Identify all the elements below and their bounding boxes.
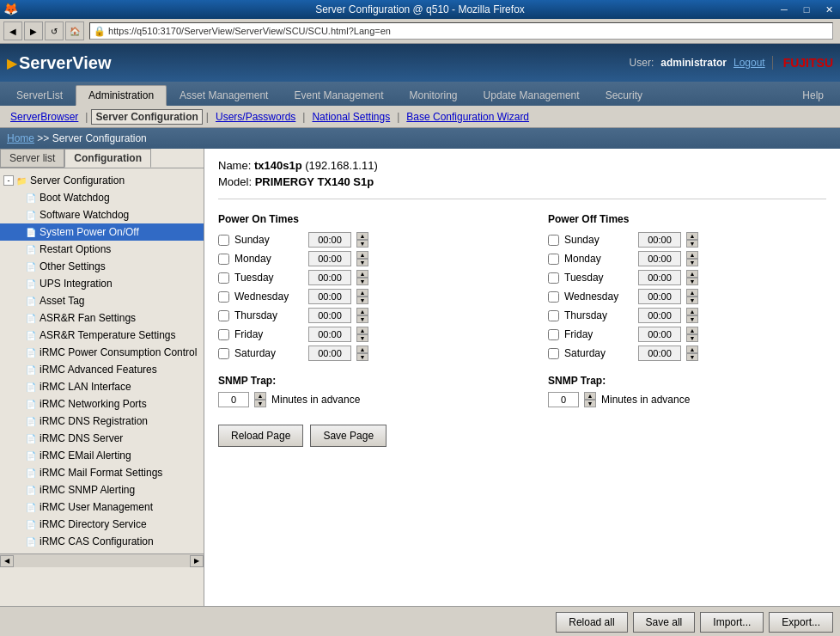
power-on-friday-time[interactable]: [308, 327, 351, 342]
spinner-up[interactable]: ▲: [356, 308, 368, 315]
spinner-down[interactable]: ▼: [356, 278, 368, 285]
power-off-thursday-time[interactable]: [638, 308, 681, 323]
spinner-down[interactable]: ▼: [356, 334, 368, 342]
spinner-up[interactable]: ▲: [356, 232, 368, 240]
power-off-wednesday-spinner[interactable]: ▲ ▼: [686, 289, 698, 304]
power-off-saturday-checkbox[interactable]: [548, 348, 559, 359]
tree-item-ups-integration[interactable]: 📄 UPS Integration: [0, 275, 204, 292]
power-off-wednesday-time[interactable]: [638, 289, 681, 304]
tab-help[interactable]: Help: [789, 85, 837, 106]
spinner-up[interactable]: ▲: [356, 270, 368, 278]
power-on-thursday-checkbox[interactable]: [218, 310, 229, 321]
tree-item-system-power[interactable]: 📄 System Power On/Off: [0, 223, 204, 241]
spinner-up[interactable]: ▲: [686, 308, 698, 315]
spinner-up[interactable]: ▲: [686, 232, 698, 240]
sidebar-tab-configuration[interactable]: Configuration: [64, 149, 151, 168]
tree-item-irmc-mail-format[interactable]: 📄 iRMC Mail Format Settings: [0, 464, 204, 481]
spinner-up[interactable]: ▲: [356, 289, 368, 297]
save-all-button[interactable]: Save all: [633, 612, 696, 633]
power-off-sunday-checkbox[interactable]: [548, 235, 559, 246]
subnav-national-settings[interactable]: National Settings: [308, 111, 393, 123]
power-on-wednesday-spinner[interactable]: ▲ ▼: [356, 289, 368, 304]
forward-button[interactable]: ▶: [24, 21, 43, 40]
tree-item-software-watchdog[interactable]: 📄 Software Watchdog: [0, 206, 204, 223]
power-on-tuesday-time[interactable]: [308, 270, 351, 285]
tree-item-irmc-power[interactable]: 📄 iRMC Power Consumption Control: [0, 344, 204, 361]
spinner-down[interactable]: ▼: [356, 259, 368, 266]
power-on-tuesday-spinner[interactable]: ▲ ▼: [356, 270, 368, 285]
save-page-button[interactable]: Save Page: [310, 425, 387, 447]
tree-item-irmc-cas[interactable]: 📄 iRMC CAS Configuration: [0, 533, 204, 550]
power-off-snmp-spinner[interactable]: ▲ ▼: [584, 392, 596, 407]
tree-item-boot-watchdog[interactable]: 📄 Boot Watchdog: [0, 189, 204, 206]
tree-item-irmc-dns-reg[interactable]: 📄 iRMC DNS Registration: [0, 413, 204, 430]
power-on-monday-spinner[interactable]: ▲ ▼: [356, 251, 368, 266]
tab-security[interactable]: Security: [593, 85, 655, 106]
spinner-up[interactable]: ▲: [686, 251, 698, 259]
spinner-up[interactable]: ▲: [686, 289, 698, 297]
power-on-saturday-time[interactable]: [308, 346, 351, 361]
subnav-users-passwords[interactable]: Users/Passwords: [212, 111, 299, 123]
tree-item-irmc-user-mgmt[interactable]: 📄 iRMC User Management: [0, 498, 204, 516]
power-on-saturday-checkbox[interactable]: [218, 348, 229, 359]
power-off-snmp-value[interactable]: [548, 392, 579, 407]
power-on-friday-spinner[interactable]: ▲ ▼: [356, 327, 368, 342]
spinner-up[interactable]: ▲: [254, 392, 266, 400]
tab-asset-management[interactable]: Asset Management: [167, 85, 281, 106]
logout-button[interactable]: Logout: [733, 57, 765, 69]
tree-item-irmc-networking[interactable]: 📄 iRMC Networking Ports: [0, 395, 204, 413]
tree-item-irmc-lan[interactable]: 📄 iRMC LAN Interface: [0, 378, 204, 395]
power-on-monday-time[interactable]: [308, 251, 351, 266]
tab-monitoring[interactable]: Monitoring: [397, 85, 471, 106]
tree-item-asr-fan[interactable]: 📄 ASR&R Fan Settings: [0, 309, 204, 327]
spinner-up[interactable]: ▲: [584, 392, 596, 400]
spinner-up[interactable]: ▲: [686, 270, 698, 278]
sidebar-scrollbar[interactable]: ◀ ▶: [0, 553, 204, 567]
tree-item-other-settings[interactable]: 📄 Other Settings: [0, 258, 204, 275]
maximize-button[interactable]: □: [795, 0, 818, 19]
address-bar[interactable]: 🔒 https://q510:3170/ServerView/ServerVie…: [89, 22, 833, 40]
tree-item-irmc-snmp[interactable]: 📄 iRMC SNMP Alerting: [0, 481, 204, 498]
power-off-friday-time[interactable]: [638, 327, 681, 342]
tree-item-irmc-advanced[interactable]: 📄 iRMC Advanced Features: [0, 361, 204, 378]
spinner-down[interactable]: ▼: [686, 259, 698, 266]
power-off-tuesday-time[interactable]: [638, 270, 681, 285]
reload-browser-button[interactable]: ↺: [45, 21, 64, 40]
power-off-thursday-checkbox[interactable]: [548, 310, 559, 321]
power-off-tuesday-checkbox[interactable]: [548, 272, 559, 284]
tab-event-management[interactable]: Event Management: [281, 85, 396, 106]
tab-administration[interactable]: Administration: [76, 85, 167, 106]
power-off-sunday-spinner[interactable]: ▲ ▼: [686, 232, 698, 248]
spinner-up[interactable]: ▲: [356, 251, 368, 259]
power-off-monday-spinner[interactable]: ▲ ▼: [686, 251, 698, 266]
tree-item-irmc-dns-server[interactable]: 📄 iRMC DNS Server: [0, 430, 204, 447]
tab-serverlist[interactable]: ServerList: [3, 85, 76, 106]
scroll-right-button[interactable]: ▶: [190, 555, 204, 567]
spinner-up[interactable]: ▲: [686, 346, 698, 353]
subnav-base-config-wizard[interactable]: Base Configuration Wizard: [403, 111, 533, 123]
home-browser-button[interactable]: 🏠: [65, 21, 84, 40]
spinner-down[interactable]: ▼: [584, 400, 596, 407]
minimize-button[interactable]: ─: [773, 0, 795, 19]
power-on-sunday-time[interactable]: [308, 232, 351, 248]
power-off-thursday-spinner[interactable]: ▲ ▼: [686, 308, 698, 323]
spinner-up[interactable]: ▲: [356, 346, 368, 353]
reload-page-button[interactable]: Reload Page: [218, 425, 303, 447]
spinner-up[interactable]: ▲: [356, 327, 368, 334]
spinner-down[interactable]: ▼: [356, 297, 368, 304]
spinner-down[interactable]: ▼: [686, 278, 698, 285]
tab-update-management[interactable]: Update Management: [471, 85, 593, 106]
spinner-down[interactable]: ▼: [686, 334, 698, 342]
power-off-sunday-time[interactable]: [638, 232, 681, 248]
tree-item-irmc-email[interactable]: 📄 iRMC EMail Alerting: [0, 447, 204, 464]
subnav-serverbrowser[interactable]: ServerBrowser: [7, 111, 82, 123]
subnav-server-configuration[interactable]: Server Configuration: [91, 109, 202, 125]
spinner-down[interactable]: ▼: [254, 400, 266, 407]
power-on-tuesday-checkbox[interactable]: [218, 272, 229, 284]
power-off-friday-spinner[interactable]: ▲ ▼: [686, 327, 698, 342]
tree-item-restart-options[interactable]: 📄 Restart Options: [0, 241, 204, 258]
power-off-wednesday-checkbox[interactable]: [548, 291, 559, 303]
export-button[interactable]: Export...: [769, 612, 833, 633]
power-on-thursday-spinner[interactable]: ▲ ▼: [356, 308, 368, 323]
spinner-down[interactable]: ▼: [356, 240, 368, 248]
